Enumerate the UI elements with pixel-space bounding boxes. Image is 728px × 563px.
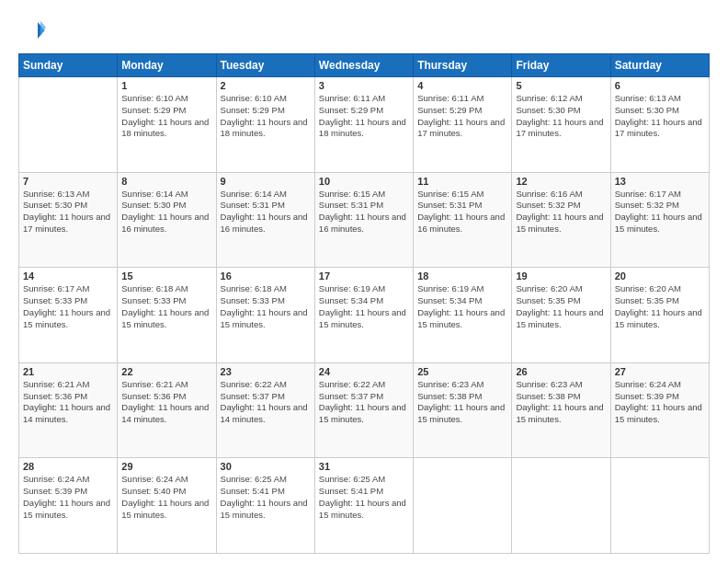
day-number: 12 xyxy=(516,176,606,187)
calendar-cell xyxy=(414,458,512,554)
calendar-cell: 1Sunrise: 6:10 AM Sunset: 5:29 PM Daylig… xyxy=(118,77,216,173)
day-info: Sunrise: 6:20 AM Sunset: 5:35 PM Dayligh… xyxy=(615,283,705,330)
day-info: Sunrise: 6:10 AM Sunset: 5:29 PM Dayligh… xyxy=(221,93,311,140)
day-info: Sunrise: 6:22 AM Sunset: 5:37 PM Dayligh… xyxy=(319,379,409,426)
day-info: Sunrise: 6:17 AM Sunset: 5:33 PM Dayligh… xyxy=(23,283,113,330)
calendar-cell: 28Sunrise: 6:24 AM Sunset: 5:39 PM Dayli… xyxy=(19,458,118,554)
calendar-cell: 14Sunrise: 6:17 AM Sunset: 5:33 PM Dayli… xyxy=(19,268,118,363)
day-number: 16 xyxy=(221,270,311,282)
calendar-cell: 24Sunrise: 6:22 AM Sunset: 5:37 PM Dayli… xyxy=(314,362,413,458)
calendar-cell: 6Sunrise: 6:13 AM Sunset: 5:30 PM Daylig… xyxy=(610,77,709,173)
day-info: Sunrise: 6:17 AM Sunset: 5:32 PM Dayligh… xyxy=(615,189,705,236)
day-info: Sunrise: 6:14 AM Sunset: 5:31 PM Dayligh… xyxy=(221,189,311,236)
day-number: 25 xyxy=(417,366,507,377)
day-info: Sunrise: 6:15 AM Sunset: 5:31 PM Dayligh… xyxy=(319,189,409,236)
day-info: Sunrise: 6:12 AM Sunset: 5:30 PM Dayligh… xyxy=(516,93,606,140)
calendar-cell: 10Sunrise: 6:15 AM Sunset: 5:31 PM Dayli… xyxy=(314,172,413,268)
calendar-cell xyxy=(610,458,709,554)
header-wednesday: Wednesday xyxy=(314,54,413,77)
day-info: Sunrise: 6:21 AM Sunset: 5:36 PM Dayligh… xyxy=(23,379,113,426)
calendar-cell: 17Sunrise: 6:19 AM Sunset: 5:34 PM Dayli… xyxy=(314,268,413,363)
day-number: 9 xyxy=(221,176,311,187)
calendar-week-row: 21Sunrise: 6:21 AM Sunset: 5:36 PM Dayli… xyxy=(19,362,710,458)
calendar-week-row: 1Sunrise: 6:10 AM Sunset: 5:29 PM Daylig… xyxy=(19,77,710,173)
calendar-cell: 20Sunrise: 6:20 AM Sunset: 5:35 PM Dayli… xyxy=(610,268,709,363)
calendar-cell: 29Sunrise: 6:24 AM Sunset: 5:40 PM Dayli… xyxy=(118,458,216,554)
calendar-cell: 19Sunrise: 6:20 AM Sunset: 5:35 PM Dayli… xyxy=(512,268,610,363)
header-monday: Monday xyxy=(118,54,216,77)
calendar-cell xyxy=(512,458,610,554)
header-thursday: Thursday xyxy=(414,54,512,77)
header-saturday: Saturday xyxy=(610,54,709,77)
day-number: 15 xyxy=(121,270,211,282)
day-number: 14 xyxy=(23,270,113,282)
day-number: 4 xyxy=(417,80,507,91)
calendar-cell xyxy=(19,77,118,173)
day-number: 10 xyxy=(319,176,409,187)
day-number: 2 xyxy=(221,80,311,91)
calendar-cell: 7Sunrise: 6:13 AM Sunset: 5:30 PM Daylig… xyxy=(19,172,118,268)
calendar-week-row: 7Sunrise: 6:13 AM Sunset: 5:30 PM Daylig… xyxy=(19,172,710,268)
day-number: 31 xyxy=(319,461,409,472)
header-friday: Friday xyxy=(512,54,610,77)
calendar-cell: 2Sunrise: 6:10 AM Sunset: 5:29 PM Daylig… xyxy=(216,77,314,173)
day-number: 18 xyxy=(417,270,507,282)
calendar-cell: 9Sunrise: 6:14 AM Sunset: 5:31 PM Daylig… xyxy=(216,172,314,268)
day-info: Sunrise: 6:22 AM Sunset: 5:37 PM Dayligh… xyxy=(221,379,311,426)
calendar-cell: 15Sunrise: 6:18 AM Sunset: 5:33 PM Dayli… xyxy=(118,268,216,363)
day-number: 27 xyxy=(615,366,705,377)
day-number: 5 xyxy=(516,80,606,91)
day-info: Sunrise: 6:23 AM Sunset: 5:38 PM Dayligh… xyxy=(516,379,606,426)
day-info: Sunrise: 6:25 AM Sunset: 5:41 PM Dayligh… xyxy=(221,474,311,521)
calendar-cell: 27Sunrise: 6:24 AM Sunset: 5:39 PM Dayli… xyxy=(610,362,709,458)
day-info: Sunrise: 6:11 AM Sunset: 5:29 PM Dayligh… xyxy=(319,93,409,140)
calendar-cell: 13Sunrise: 6:17 AM Sunset: 5:32 PM Dayli… xyxy=(610,172,709,268)
day-info: Sunrise: 6:11 AM Sunset: 5:29 PM Dayligh… xyxy=(417,93,507,140)
calendar-table: SundayMondayTuesdayWednesdayThursdayFrid… xyxy=(18,53,710,554)
day-info: Sunrise: 6:23 AM Sunset: 5:38 PM Dayligh… xyxy=(417,379,507,426)
calendar-header-row: SundayMondayTuesdayWednesdayThursdayFrid… xyxy=(19,54,710,77)
header-sunday: Sunday xyxy=(19,54,118,77)
calendar-cell: 4Sunrise: 6:11 AM Sunset: 5:29 PM Daylig… xyxy=(414,77,512,173)
day-info: Sunrise: 6:20 AM Sunset: 5:35 PM Dayligh… xyxy=(516,283,606,330)
day-info: Sunrise: 6:24 AM Sunset: 5:39 PM Dayligh… xyxy=(615,379,705,426)
calendar-week-row: 28Sunrise: 6:24 AM Sunset: 5:39 PM Dayli… xyxy=(19,458,710,554)
calendar-cell: 16Sunrise: 6:18 AM Sunset: 5:33 PM Dayli… xyxy=(216,268,314,363)
page: SundayMondayTuesdayWednesdayThursdayFrid… xyxy=(0,0,728,563)
day-info: Sunrise: 6:16 AM Sunset: 5:32 PM Dayligh… xyxy=(516,189,606,236)
day-info: Sunrise: 6:21 AM Sunset: 5:36 PM Dayligh… xyxy=(121,379,211,426)
day-number: 20 xyxy=(615,270,705,282)
day-number: 23 xyxy=(221,366,311,377)
calendar-cell: 26Sunrise: 6:23 AM Sunset: 5:38 PM Dayli… xyxy=(512,362,610,458)
calendar-cell: 11Sunrise: 6:15 AM Sunset: 5:31 PM Dayli… xyxy=(414,172,512,268)
day-info: Sunrise: 6:14 AM Sunset: 5:30 PM Dayligh… xyxy=(121,189,211,236)
day-info: Sunrise: 6:24 AM Sunset: 5:39 PM Dayligh… xyxy=(23,474,113,521)
day-info: Sunrise: 6:10 AM Sunset: 5:29 PM Dayligh… xyxy=(121,93,211,140)
day-number: 29 xyxy=(121,461,211,472)
day-number: 24 xyxy=(319,366,409,377)
day-info: Sunrise: 6:15 AM Sunset: 5:31 PM Dayligh… xyxy=(417,189,507,236)
day-number: 8 xyxy=(121,176,211,187)
day-info: Sunrise: 6:25 AM Sunset: 5:41 PM Dayligh… xyxy=(319,474,409,521)
calendar-cell: 8Sunrise: 6:14 AM Sunset: 5:30 PM Daylig… xyxy=(118,172,216,268)
day-number: 22 xyxy=(121,366,211,377)
calendar-cell: 18Sunrise: 6:19 AM Sunset: 5:34 PM Dayli… xyxy=(414,268,512,363)
day-info: Sunrise: 6:19 AM Sunset: 5:34 PM Dayligh… xyxy=(417,283,507,330)
day-number: 26 xyxy=(516,366,606,377)
calendar-cell: 5Sunrise: 6:12 AM Sunset: 5:30 PM Daylig… xyxy=(512,77,610,173)
calendar-cell: 3Sunrise: 6:11 AM Sunset: 5:29 PM Daylig… xyxy=(314,77,413,173)
day-info: Sunrise: 6:19 AM Sunset: 5:34 PM Dayligh… xyxy=(319,283,409,330)
logo-icon xyxy=(18,17,46,44)
header xyxy=(18,17,710,44)
day-info: Sunrise: 6:13 AM Sunset: 5:30 PM Dayligh… xyxy=(23,189,113,236)
header-tuesday: Tuesday xyxy=(216,54,314,77)
calendar-cell: 31Sunrise: 6:25 AM Sunset: 5:41 PM Dayli… xyxy=(314,458,413,554)
day-number: 3 xyxy=(319,80,409,91)
day-info: Sunrise: 6:24 AM Sunset: 5:40 PM Dayligh… xyxy=(121,474,211,521)
day-number: 6 xyxy=(615,80,705,91)
calendar-cell: 23Sunrise: 6:22 AM Sunset: 5:37 PM Dayli… xyxy=(216,362,314,458)
day-number: 19 xyxy=(516,270,606,282)
day-number: 30 xyxy=(221,461,311,472)
calendar-cell: 21Sunrise: 6:21 AM Sunset: 5:36 PM Dayli… xyxy=(19,362,118,458)
calendar-cell: 30Sunrise: 6:25 AM Sunset: 5:41 PM Dayli… xyxy=(216,458,314,554)
